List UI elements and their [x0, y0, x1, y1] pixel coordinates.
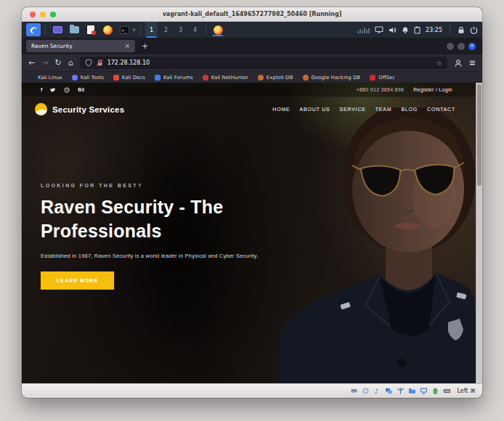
- tracking-shield-icon[interactable]: [85, 59, 92, 67]
- behance-icon[interactable]: Bē: [78, 87, 84, 92]
- hero-tagline: LOOKING FOR THE BEST?: [41, 183, 291, 188]
- vbox-audio-icon[interactable]: ♪: [373, 387, 381, 396]
- desktop-background: vagrant-kali_default_1649657277982_50460…: [0, 0, 504, 421]
- bookmark-kali-docs[interactable]: Kali Docs: [113, 75, 145, 81]
- vbox-shared-folders-icon[interactable]: [407, 387, 416, 396]
- workspace-3[interactable]: 3: [174, 22, 187, 38]
- wm-close-button[interactable]: ×: [468, 43, 476, 50]
- text-editor-button[interactable]: [84, 23, 98, 36]
- firefox-launcher-button[interactable]: [100, 23, 115, 36]
- workspace-label: 1: [150, 27, 153, 33]
- reload-button[interactable]: ↻: [54, 59, 61, 67]
- dribbble-icon[interactable]: [64, 87, 70, 93]
- back-button[interactable]: ←: [28, 59, 35, 67]
- bookmark-favicon: [203, 75, 208, 81]
- desktop-icon: [53, 26, 62, 33]
- mac-minimize-button[interactable]: [40, 12, 46, 17]
- nav-item-team[interactable]: TEAM: [375, 107, 392, 112]
- insecure-lock-icon[interactable]: [96, 59, 104, 67]
- menu-hamburger-icon[interactable]: ≡: [469, 58, 476, 68]
- folder-icon: [70, 26, 79, 33]
- workspace-2[interactable]: 2: [160, 22, 172, 38]
- kali-dragon-icon: [29, 25, 38, 35]
- bookmark-kali-nethunter[interactable]: Kali NetHunter: [203, 75, 248, 81]
- panel-separator: [140, 25, 141, 35]
- nav-item-blog[interactable]: BLOG: [401, 107, 418, 112]
- workspace-label: 4: [193, 27, 197, 33]
- workspace-label: 2: [164, 27, 168, 33]
- kali-menu-button[interactable]: [26, 23, 41, 36]
- notification-bell-icon[interactable]: [402, 26, 409, 34]
- wm-minimize-button[interactable]: [447, 43, 454, 50]
- browser-toolbar: ← → ↻ ⌂ 172.28.128.10 ☆ ≡: [22, 54, 482, 71]
- vbox-hdd-icon[interactable]: [349, 387, 358, 396]
- bookmark-favicon: [155, 75, 160, 81]
- mac-titlebar: vagrant-kali_default_1649657277982_50460…: [22, 7, 482, 22]
- scrollbar-thumb[interactable]: [477, 84, 481, 186]
- workspace-4[interactable]: 4: [189, 22, 201, 38]
- url-bar[interactable]: 172.28.128.10 ☆: [80, 57, 447, 69]
- workspace-label: 3: [179, 27, 182, 33]
- bookmark-offsec[interactable]: OffSec: [370, 75, 395, 81]
- mac-zoom-button[interactable]: [50, 12, 56, 17]
- vbox-network-icon[interactable]: [384, 387, 393, 396]
- register-login-link[interactable]: Register / Login: [413, 87, 452, 92]
- vbox-display-icon[interactable]: [419, 387, 428, 396]
- tab-title: Raven Security: [31, 43, 121, 49]
- workspace-active-indicator: [147, 36, 156, 38]
- bookmark-label: Kali Linux: [38, 75, 62, 81]
- taskbar-firefox-window[interactable]: [211, 23, 225, 36]
- vbox-usb-icon[interactable]: [396, 387, 405, 396]
- workspace-1[interactable]: 1: [145, 22, 158, 38]
- bookmark-kali-linux[interactable]: Kali Linux: [29, 75, 62, 81]
- panel-separator: [206, 25, 206, 35]
- terminal-launcher-button[interactable]: >_: [117, 23, 131, 36]
- twitter-icon[interactable]: [50, 87, 56, 93]
- mac-close-button[interactable]: [30, 12, 36, 17]
- bookmark-star-icon[interactable]: ☆: [436, 60, 442, 67]
- clipboard-icon[interactable]: [414, 26, 420, 34]
- bookmark-exploit-db[interactable]: Exploit-DB: [258, 75, 293, 81]
- bookmark-google-hacking-db[interactable]: Google Hacking DB: [303, 75, 361, 81]
- facebook-icon[interactable]: f: [41, 87, 42, 92]
- chevron-down-icon[interactable]: ∨: [132, 27, 136, 33]
- panel-separator: [450, 25, 450, 35]
- power-icon[interactable]: [470, 26, 478, 34]
- vbox-status-bar: ♪ Left ⌘: [22, 383, 482, 398]
- volume-icon[interactable]: [389, 26, 397, 34]
- nav-item-contact[interactable]: CONTACT: [427, 107, 455, 112]
- bookmark-label: Exploit-DB: [267, 75, 293, 81]
- police-officer-photo: [280, 107, 476, 383]
- site-topbar: f Bē +880 012 3654 896 Register / Login: [22, 83, 476, 97]
- document-icon: [87, 25, 94, 34]
- vbox-mouse-integration-icon[interactable]: [431, 387, 439, 396]
- kali-panel: >_ ∨ 1 2 3 4 23:25: [22, 22, 482, 38]
- hero-title: Raven Security - The Professionals: [41, 195, 284, 242]
- vbox-keyboard-icon[interactable]: [442, 387, 451, 396]
- wm-maximize-button[interactable]: [458, 43, 465, 50]
- tab-close-icon[interactable]: ×: [124, 43, 130, 49]
- bookmark-kali-forums[interactable]: Kali Forums: [155, 75, 193, 81]
- site-logo[interactable]: Security Services: [35, 103, 124, 115]
- account-icon[interactable]: [454, 59, 463, 68]
- file-manager-button[interactable]: [67, 23, 81, 36]
- tab-raven-security[interactable]: Raven Security ×: [26, 40, 135, 52]
- forward-button[interactable]: →: [41, 59, 48, 67]
- clock[interactable]: 23:25: [426, 27, 442, 33]
- url-text[interactable]: 172.28.128.10: [107, 60, 433, 66]
- nav-item-home[interactable]: HOME: [272, 107, 290, 112]
- vbox-cd-icon[interactable]: [361, 387, 370, 396]
- show-desktop-button[interactable]: [50, 23, 65, 36]
- nav-item-service[interactable]: SERVICE: [340, 107, 366, 112]
- home-button[interactable]: ⌂: [68, 59, 73, 67]
- lock-screen-icon[interactable]: [458, 26, 465, 34]
- display-icon[interactable]: [375, 26, 383, 33]
- bookmark-label: Kali Forums: [163, 75, 193, 81]
- learn-more-button[interactable]: LEARN MORE: [41, 271, 114, 290]
- bookmark-kali-tools[interactable]: Kali Tools: [72, 75, 104, 81]
- nav-item-about-us[interactable]: ABOUT US: [299, 107, 330, 112]
- new-tab-button[interactable]: +: [142, 42, 148, 50]
- browser-scrollbar[interactable]: [476, 83, 482, 383]
- logo-text: Security Services: [52, 105, 124, 114]
- bookmark-favicon: [113, 75, 119, 81]
